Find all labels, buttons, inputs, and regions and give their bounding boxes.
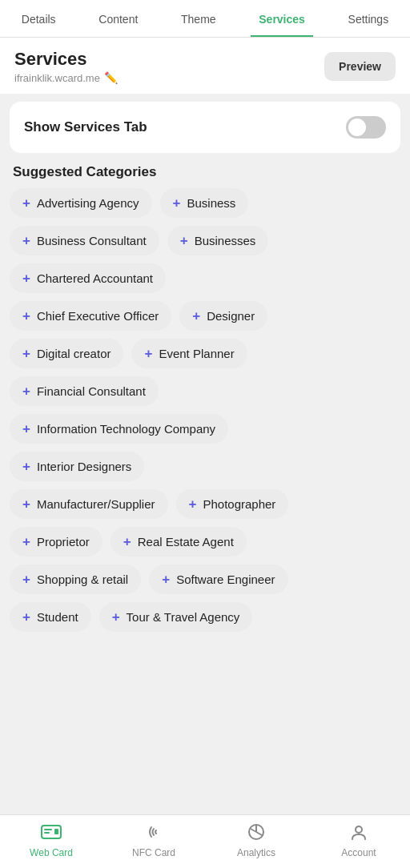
categories-row-6: + Financial Consultant bbox=[10, 376, 400, 406]
category-businesses[interactable]: + Businesses bbox=[167, 226, 269, 255]
categories-row-1: + Advertising Agency + Business bbox=[10, 188, 400, 218]
suggested-categories-title: Suggested Categories bbox=[13, 164, 397, 180]
category-interior-designers[interactable]: + Interior Designers bbox=[10, 452, 144, 481]
bottom-nav-webcard[interactable]: Web Card bbox=[27, 823, 75, 858]
plus-icon: + bbox=[22, 309, 30, 323]
services-toggle-switch[interactable] bbox=[346, 116, 386, 139]
plus-icon: + bbox=[22, 271, 30, 285]
category-manufacturer-supplier[interactable]: + Manufacturer/Supplier bbox=[10, 489, 168, 519]
category-event-planner[interactable]: + Event Planner bbox=[131, 339, 247, 368]
plus-icon: + bbox=[144, 347, 152, 360]
nav-services[interactable]: Services bbox=[251, 10, 313, 29]
category-label: Businesses bbox=[195, 234, 256, 247]
account-label: Account bbox=[341, 847, 376, 858]
category-chief-executive-officer[interactable]: + Chief Executive Officer bbox=[10, 301, 171, 331]
nav-settings[interactable]: Settings bbox=[340, 10, 397, 29]
main-content: Show Services Tab Suggested Categories +… bbox=[0, 102, 410, 712]
plus-icon: + bbox=[22, 610, 30, 624]
categories-row-2: + Business Consultant + Businesses bbox=[10, 226, 400, 255]
category-information-technology[interactable]: + Information Technology Company bbox=[10, 414, 228, 444]
account-icon bbox=[348, 823, 369, 844]
category-advertising-agency[interactable]: + Advertising Agency bbox=[10, 188, 152, 218]
category-digital-creator[interactable]: + Digital creator bbox=[10, 339, 123, 368]
category-financial-consultant[interactable]: + Financial Consultant bbox=[10, 376, 159, 406]
category-label: Photographer bbox=[203, 497, 275, 511]
nav-content[interactable]: Content bbox=[90, 10, 146, 29]
category-software-engineer[interactable]: + Software Engineer bbox=[149, 565, 287, 594]
svg-rect-2 bbox=[44, 832, 50, 834]
category-label: Event Planner bbox=[159, 347, 234, 360]
nfccard-label: NFC Card bbox=[132, 847, 175, 858]
category-label: Shopping & retail bbox=[37, 573, 128, 586]
plus-icon: + bbox=[189, 497, 197, 511]
plus-icon: + bbox=[22, 234, 30, 247]
categories-row-12: + Student + Tour & Travel Agency bbox=[10, 602, 400, 632]
bottom-nav-nfccard[interactable]: NFC Card bbox=[130, 823, 178, 858]
nfccard-icon bbox=[143, 823, 164, 844]
category-label: Information Technology Company bbox=[37, 422, 215, 436]
category-shopping-retail[interactable]: + Shopping & retail bbox=[10, 565, 141, 594]
plus-icon: + bbox=[22, 422, 30, 436]
site-url: ifrainklik.wcard.me bbox=[14, 72, 100, 84]
category-label: Chartered Accountant bbox=[37, 271, 153, 285]
category-tour-travel-agency[interactable]: + Tour & Travel Agency bbox=[99, 602, 253, 632]
plus-icon: + bbox=[22, 347, 30, 360]
plus-icon: + bbox=[22, 497, 30, 511]
svg-rect-1 bbox=[44, 829, 52, 830]
plus-icon: + bbox=[22, 196, 30, 210]
bottom-nav-account[interactable]: Account bbox=[335, 823, 383, 858]
category-label: Proprietor bbox=[37, 535, 90, 549]
category-label: Financial Consultant bbox=[37, 384, 146, 398]
categories-row-3: + Chartered Accountant bbox=[10, 263, 400, 293]
categories-row-4: + Chief Executive Officer + Designer bbox=[10, 301, 400, 331]
categories-row-8: + Interior Designers bbox=[10, 452, 400, 481]
category-photographer[interactable]: + Photographer bbox=[176, 489, 289, 519]
edit-icon[interactable]: ✏️ bbox=[104, 71, 118, 84]
category-label: Real Estate Agent bbox=[138, 535, 234, 549]
plus-icon: + bbox=[22, 460, 30, 473]
plus-icon: + bbox=[180, 234, 188, 247]
category-label: Tour & Travel Agency bbox=[127, 610, 240, 624]
top-navigation: Details Content Theme Services Settings bbox=[0, 0, 410, 38]
plus-icon: + bbox=[162, 573, 170, 586]
categories-row-10: + Proprietor + Real Estate Agent bbox=[10, 527, 400, 557]
category-label: Business bbox=[187, 196, 235, 210]
categories-row-7: + Information Technology Company bbox=[10, 414, 400, 444]
plus-icon: + bbox=[112, 610, 120, 624]
analytics-label: Analytics bbox=[237, 847, 275, 858]
category-label: Business Consultant bbox=[37, 234, 147, 247]
categories-row-5: + Digital creator + Event Planner bbox=[10, 339, 400, 368]
categories-container: + Advertising Agency + Business + Busine… bbox=[0, 188, 410, 648]
svg-point-5 bbox=[356, 826, 362, 833]
categories-row-9: + Manufacturer/Supplier + Photographer bbox=[10, 489, 400, 519]
header-left: Services ifrainklik.wcard.me ✏️ bbox=[14, 49, 118, 84]
nav-theme[interactable]: Theme bbox=[173, 10, 224, 29]
category-label: Manufacturer/Supplier bbox=[37, 497, 155, 511]
services-toggle-label: Show Services Tab bbox=[24, 119, 147, 135]
category-proprietor[interactable]: + Proprietor bbox=[10, 527, 102, 557]
category-designer[interactable]: + Designer bbox=[179, 301, 267, 331]
header-subtitle: ifrainklik.wcard.me ✏️ bbox=[14, 71, 118, 84]
category-student[interactable]: + Student bbox=[10, 602, 91, 632]
bottom-navigation: Web Card NFC Card Analytics bbox=[0, 814, 410, 868]
plus-icon: + bbox=[173, 196, 181, 210]
category-label: Advertising Agency bbox=[37, 196, 139, 210]
services-toggle-card: Show Services Tab bbox=[10, 102, 400, 153]
plus-icon: + bbox=[22, 573, 30, 586]
category-chartered-accountant[interactable]: + Chartered Accountant bbox=[10, 263, 166, 293]
preview-button[interactable]: Preview bbox=[324, 52, 396, 81]
category-business[interactable]: + Business bbox=[160, 188, 249, 218]
category-label: Designer bbox=[207, 309, 255, 323]
plus-icon: + bbox=[192, 309, 200, 323]
nav-details[interactable]: Details bbox=[14, 10, 64, 29]
category-label: Chief Executive Officer bbox=[37, 309, 159, 323]
webcard-label: Web Card bbox=[30, 847, 73, 858]
plus-icon: + bbox=[22, 535, 30, 549]
category-real-estate-agent[interactable]: + Real Estate Agent bbox=[111, 527, 247, 557]
bottom-nav-analytics[interactable]: Analytics bbox=[232, 823, 280, 858]
svg-rect-3 bbox=[54, 829, 58, 834]
categories-row-11: + Shopping & retail + Software Engineer bbox=[10, 565, 400, 594]
webcard-icon bbox=[41, 823, 62, 844]
category-business-consultant[interactable]: + Business Consultant bbox=[10, 226, 159, 255]
analytics-icon bbox=[246, 823, 267, 844]
